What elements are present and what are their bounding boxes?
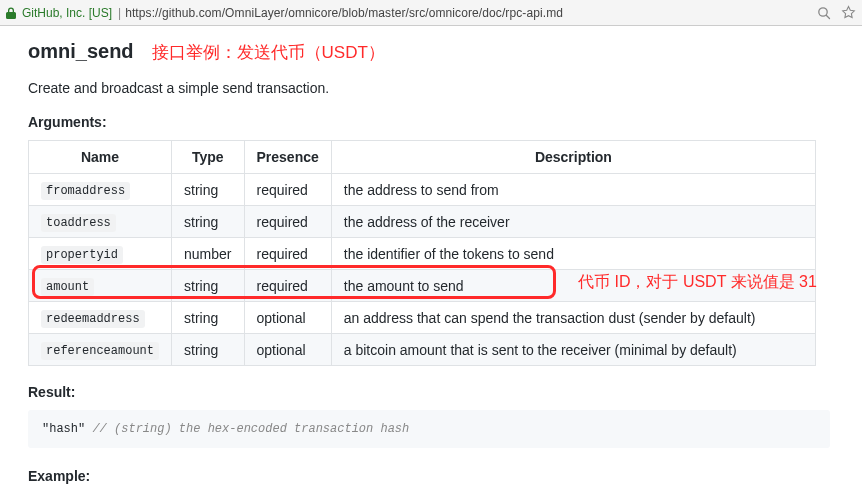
arg-presence: required — [244, 238, 331, 270]
arg-name: propertyid — [41, 246, 123, 264]
site-identity-label: GitHub, Inc. [US] — [22, 6, 112, 20]
arg-type: string — [172, 174, 244, 206]
arg-name-cell: propertyid — [29, 238, 172, 270]
arg-description: a bitcoin amount that is sent to the rec… — [331, 334, 815, 366]
arg-name: redeemaddress — [41, 310, 145, 328]
lock-icon — [6, 7, 16, 19]
result-heading: Result: — [28, 384, 834, 400]
arg-presence: optional — [244, 334, 331, 366]
search-icon[interactable] — [817, 6, 831, 20]
title-annotation: 接口举例：发送代币（USDT） — [152, 41, 385, 64]
star-icon[interactable] — [841, 5, 856, 20]
arg-type: string — [172, 334, 244, 366]
table-row: propertyidnumberrequiredthe identifier o… — [29, 238, 816, 270]
arg-name: amount — [41, 278, 94, 296]
document-content: omni_send 接口举例：发送代币（USDT） Create and bro… — [0, 26, 862, 500]
arguments-heading: Arguments: — [28, 114, 834, 130]
arg-name: referenceamount — [41, 342, 159, 360]
arg-presence: required — [244, 270, 331, 302]
arg-name: fromaddress — [41, 182, 130, 200]
arg-description: the address to send from — [331, 174, 815, 206]
browser-address-bar[interactable]: GitHub, Inc. [US] | https://github.com/O… — [0, 0, 862, 26]
arg-type: number — [172, 238, 244, 270]
arg-description: the identifier of the tokens to send — [331, 238, 815, 270]
col-description: Description — [331, 141, 815, 174]
table-row: fromaddressstringrequiredthe address to … — [29, 174, 816, 206]
table-header-row: Name Type Presence Description — [29, 141, 816, 174]
table-row: referenceamountstringoptionala bitcoin a… — [29, 334, 816, 366]
description-text: Create and broadcast a simple send trans… — [28, 80, 834, 96]
page-title: omni_send — [28, 40, 134, 63]
arg-type: string — [172, 206, 244, 238]
svg-line-1 — [826, 15, 829, 18]
col-type: Type — [172, 141, 244, 174]
arg-presence: required — [244, 206, 331, 238]
arg-name-cell: fromaddress — [29, 174, 172, 206]
table-row: redeemaddressstringoptionalan address th… — [29, 302, 816, 334]
arg-description: an address that can spend the transactio… — [331, 302, 815, 334]
result-code-comment: // (string) the hex-encoded transaction … — [85, 422, 409, 436]
arg-presence: optional — [244, 302, 331, 334]
arguments-table: Name Type Presence Description fromaddre… — [28, 140, 816, 366]
col-name: Name — [29, 141, 172, 174]
arg-name-cell: amount — [29, 270, 172, 302]
col-presence: Presence — [244, 141, 331, 174]
arg-name: toaddress — [41, 214, 116, 232]
arg-type: string — [172, 270, 244, 302]
arg-name-cell: referenceamount — [29, 334, 172, 366]
table-row: toaddressstringrequiredthe address of th… — [29, 206, 816, 238]
example-heading: Example: — [28, 468, 834, 484]
arg-name-cell: redeemaddress — [29, 302, 172, 334]
arg-type: string — [172, 302, 244, 334]
arg-presence: required — [244, 174, 331, 206]
arg-name-cell: toaddress — [29, 206, 172, 238]
url-text: https://github.com/OmniLayer/omnicore/bl… — [125, 6, 817, 20]
row-highlight-note: 代币 ID，对于 USDT 来说值是 31 — [578, 272, 817, 293]
arg-description: the address of the receiver — [331, 206, 815, 238]
result-code-block: "hash" // (string) the hex-encoded trans… — [28, 410, 830, 448]
url-separator: | — [118, 6, 121, 20]
result-code-string: "hash" — [42, 422, 85, 436]
